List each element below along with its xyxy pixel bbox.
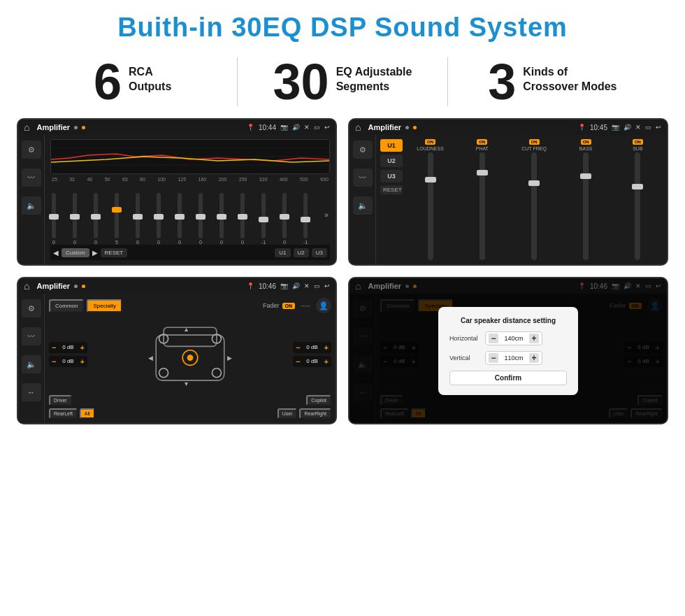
dialog-overlay: Car speaker distance setting Horizontal …	[349, 278, 667, 423]
vol-rl-plus[interactable]: +	[80, 357, 84, 366]
preset-u2[interactable]: U2	[380, 155, 403, 167]
eq-icon-btn-3[interactable]: ⚙	[22, 299, 41, 317]
all-btn[interactable]: All	[80, 408, 95, 419]
vertical-minus[interactable]: −	[489, 353, 498, 363]
amp2-reset-btn[interactable]: RESET	[380, 185, 403, 194]
slider-7: 0	[178, 193, 182, 245]
phat-slider[interactable]	[480, 152, 485, 260]
next-btn[interactable]: ▶	[92, 249, 98, 257]
cutfreq-label: CUT FREQ	[521, 146, 547, 151]
arrows-icon-btn-3[interactable]: ↔	[22, 383, 41, 401]
dialog-horizontal-row: Horizontal − 140cm +	[449, 331, 567, 345]
freq-500: 500	[300, 177, 308, 182]
preset-u3[interactable]: U3	[380, 170, 403, 182]
amp2-main: U1 U2 U3 RESET ON LOUDNESS	[376, 135, 667, 264]
cutfreq-slider[interactable]	[531, 152, 537, 260]
wave-icon-btn-3[interactable]: 〰	[22, 327, 41, 345]
eq-icon-btn[interactable]: ⚙	[22, 141, 41, 159]
eq-icon-btn-2[interactable]: ⚙	[353, 141, 373, 159]
rearright-btn[interactable]: RearRight	[299, 408, 331, 419]
custom-btn[interactable]: Custom	[62, 248, 89, 257]
screen-amp2: ⌂ Amplifier 📍 10:45 📷 🔊 ✕ ▭ ↩ ⚙ 〰 🔈 U1 U…	[348, 118, 668, 266]
rearleft-btn[interactable]: RearLeft	[49, 408, 78, 419]
home-icon-1[interactable]: ⌂	[24, 122, 29, 133]
vol-controls-right: − 0 dB + − 0 dB +	[293, 342, 331, 367]
vol-fr-plus[interactable]: +	[324, 343, 329, 352]
battery-icon-1: ▭	[314, 124, 320, 131]
horizontal-plus[interactable]: +	[529, 334, 539, 343]
stat-eq-label: EQ AdjustableSegments	[336, 57, 412, 94]
volume-icon-2: 🔊	[623, 124, 631, 131]
page-title: Buith-in 30EQ DSP Sound System	[0, 0, 685, 51]
sub-slider[interactable]	[635, 152, 640, 260]
loudness-slider[interactable]	[428, 152, 433, 260]
screen3-content: ⚙ 〰 🔈 ↔ Common Specialty Fader ON ⏤⏤ 👤	[18, 294, 336, 423]
stat-rca-number: 6	[94, 57, 122, 107]
fader-main: Common Specialty Fader ON ⏤⏤ 👤 − 0 dB +	[45, 294, 336, 423]
u2-btn[interactable]: U2	[294, 248, 309, 257]
vol-row-fr: − 0 dB +	[293, 342, 331, 353]
vertical-plus[interactable]: +	[529, 353, 539, 363]
sub-label: SUB	[633, 146, 642, 151]
vertical-value: 110cm	[501, 354, 526, 361]
status-time-2: 10:45	[590, 124, 607, 131]
sub-on[interactable]: ON	[633, 139, 643, 145]
vol-rr-minus[interactable]: −	[296, 357, 300, 366]
cutfreq-on[interactable]: ON	[529, 139, 540, 145]
bass-on[interactable]: ON	[581, 139, 591, 145]
speaker-icon-btn[interactable]: 🔈	[22, 196, 41, 215]
slider-9: 0	[219, 193, 224, 245]
vol-rl-val: 0 dB	[58, 358, 78, 364]
screen-eq: ⌂ Amplifier 📍 10:44 📷 🔊 ✕ ▭ ↩ ⚙ 〰 🔈	[17, 118, 337, 266]
driver-btn[interactable]: Driver	[49, 395, 72, 406]
svg-point-11	[212, 368, 221, 378]
vol-fl-minus[interactable]: −	[52, 343, 56, 352]
u1-btn[interactable]: U1	[275, 248, 290, 257]
vol-fl-plus[interactable]: +	[80, 343, 84, 352]
location-icon-1: 📍	[247, 124, 254, 131]
fader-label: Fader	[263, 302, 280, 309]
svg-text:◀: ◀	[148, 354, 153, 361]
volume-icon-1: 🔊	[292, 124, 300, 131]
common-tab[interactable]: Common	[49, 299, 84, 313]
loudness-on[interactable]: ON	[425, 139, 435, 145]
freq-630: 630	[320, 177, 329, 182]
u3-btn[interactable]: U3	[312, 248, 327, 257]
svg-text:▼: ▼	[183, 380, 189, 387]
prev-btn[interactable]: ◀	[53, 249, 59, 257]
home-icon-3[interactable]: ⌂	[24, 280, 29, 292]
confirm-button[interactable]: Confirm	[449, 371, 567, 385]
phat-on[interactable]: ON	[477, 139, 487, 145]
bass-slider[interactable]	[583, 152, 589, 260]
copilot-btn[interactable]: Copilot	[306, 395, 331, 406]
sub-col: ON SUB	[613, 139, 663, 260]
user-btn[interactable]: User	[277, 408, 298, 419]
back-icon-1[interactable]: ↩	[324, 124, 330, 131]
preset-u1[interactable]: U1	[380, 139, 403, 152]
status-bar-3: ⌂ Amplifier 📍 10:46 📷 🔊 ✕ ▭ ↩	[18, 278, 336, 294]
back-icon-3[interactable]: ↩	[324, 282, 330, 289]
status-dot-2a	[405, 126, 409, 129]
speaker-icon-btn-2[interactable]: 🔈	[353, 196, 373, 215]
vol-rl-minus[interactable]: −	[52, 357, 56, 366]
camera-icon-1: 📷	[280, 124, 288, 131]
vol-rr-plus[interactable]: +	[324, 357, 329, 366]
home-icon-2[interactable]: ⌂	[355, 122, 361, 133]
wave-icon-btn-2[interactable]: 〰	[353, 169, 373, 187]
amp2-presets: U1 U2 U3 RESET	[380, 139, 403, 260]
fader-on-toggle[interactable]: ON	[282, 303, 296, 309]
vol-fr-val: 0 dB	[303, 344, 322, 350]
eq-sliders: 0 0 0 5 0	[50, 185, 330, 245]
cutfreq-col: ON CUT FREQ	[509, 139, 558, 260]
wave-icon-btn[interactable]: 〰	[22, 169, 41, 187]
vol-row-rl: − 0 dB +	[49, 356, 87, 367]
amp2-sliders: ON LOUDNESS ON PHAT	[405, 139, 663, 260]
back-icon-2[interactable]: ↩	[656, 124, 661, 131]
reset-btn[interactable]: RESET	[101, 248, 128, 257]
vol-fr-minus[interactable]: −	[296, 343, 300, 352]
speaker-icon-btn-3[interactable]: 🔈	[22, 355, 41, 373]
horizontal-minus[interactable]: −	[489, 334, 498, 343]
vol-rr-val: 0 dB	[303, 358, 322, 364]
specialty-tab[interactable]: Specialty	[87, 299, 122, 313]
user-icon[interactable]: 👤	[316, 298, 331, 313]
